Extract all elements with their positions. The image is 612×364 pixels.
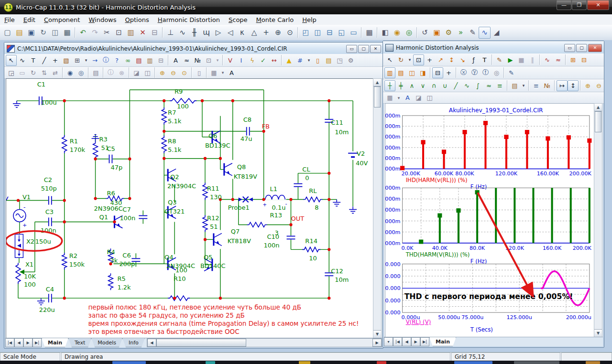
pin-connections-button[interactable]: ↔: [269, 55, 280, 66]
font-button[interactable]: A: [402, 92, 413, 103]
tools-button[interactable]: ✎: [467, 27, 479, 39]
select-arrow-button[interactable]: ↖: [384, 54, 395, 65]
find-button[interactable]: ◉: [65, 67, 76, 78]
new-page-button[interactable]: ▯: [312, 55, 323, 66]
edit-button[interactable]: ✎: [506, 67, 517, 78]
revert-button[interactable]: ↻: [37, 27, 49, 39]
web-update-button[interactable]: ◎: [403, 27, 415, 39]
plot-layout-2-button[interactable]: ▤: [395, 67, 406, 78]
envelope-button[interactable]: ≈: [483, 80, 494, 91]
rotate-button[interactable]: ↻: [28, 67, 39, 78]
zoom-out-button[interactable]: ⊖: [168, 67, 179, 78]
scale-ne-button[interactable]: ↗: [435, 54, 446, 65]
tab-nav-button[interactable]: |◀: [5, 338, 14, 347]
taskbar-icon[interactable]: [454, 361, 492, 364]
scroll-up-icon[interactable]: ▲: [594, 104, 602, 111]
series-label[interactable]: V(RL) (V): [406, 319, 431, 325]
probe-button[interactable]: ◢: [491, 27, 503, 39]
tab-main[interactable]: Main: [429, 337, 456, 346]
show-power-button[interactable]: ϟ: [247, 55, 258, 66]
menu-help[interactable]: Help: [298, 15, 321, 24]
component-button[interactable]: ⊞: [72, 55, 83, 66]
analysis-plots-button[interactable]: ∿: [479, 27, 491, 39]
properties-button[interactable]: ⚙: [345, 55, 356, 66]
grid-pattern-button[interactable]: ▦: [384, 92, 395, 103]
picture-button[interactable]: ▧: [61, 55, 72, 66]
tab-main[interactable]: Main: [42, 338, 68, 347]
restore-button[interactable]: ❐: [572, 0, 587, 10]
find-repeat-button[interactable]: ◎: [76, 67, 87, 78]
properties-button[interactable]: ✎: [494, 54, 505, 65]
scroll-thumb[interactable]: [374, 86, 381, 107]
calculator-button[interactable]: ▦: [363, 27, 375, 39]
menu-edit[interactable]: Edit: [19, 15, 40, 24]
pin-mode-button[interactable]: +: [50, 55, 61, 66]
animate-button[interactable]: ↺: [419, 27, 431, 39]
link-button[interactable]: ∞: [122, 55, 133, 66]
copy-graph-button[interactable]: ▤: [509, 80, 520, 91]
tab-text[interactable]: Text: [68, 338, 91, 347]
global-extrema-button[interactable]: ∫: [472, 80, 483, 91]
opamp-button[interactable]: △: [248, 27, 260, 39]
step-notes-button[interactable]: ▤: [90, 67, 101, 78]
stop-button[interactable]: ■: [516, 54, 527, 65]
to-front-button[interactable]: ◪: [131, 67, 142, 78]
taskbar-icon[interactable]: [586, 361, 600, 364]
to-back-button[interactable]: ◫: [142, 67, 153, 78]
rotate-3d-button[interactable]: ↻: [395, 54, 406, 65]
analysis-restore-button[interactable]: ▢: [576, 44, 587, 52]
scale-vertical-button[interactable]: ↕: [446, 54, 457, 65]
wire-mode-button[interactable]: ∿: [17, 55, 28, 66]
scroll-thumb[interactable]: [156, 339, 246, 347]
model-browser-button[interactable]: ◉: [391, 27, 403, 39]
cursor-fx-button[interactable]: ⓕ: [480, 67, 491, 78]
stepping-button[interactable]: »: [455, 27, 467, 39]
tile-horizontal-button[interactable]: ⊟: [324, 27, 336, 39]
transistor-button[interactable]: κ: [236, 27, 248, 39]
copy-dropdown-icon[interactable]: ▾: [214, 55, 221, 66]
menu-scope[interactable]: Scope: [224, 15, 252, 24]
open-folder-button[interactable]: ▤: [13, 27, 25, 39]
tab-nav-button[interactable]: ◀: [402, 337, 411, 346]
arrange-icons-button[interactable]: ◱: [336, 27, 348, 39]
help-mode-button[interactable]: ?: [111, 55, 122, 66]
diode-button[interactable]: ▷: [212, 27, 224, 39]
taskbar-icon[interactable]: [514, 361, 559, 364]
numeric-list-button[interactable]: ≡: [531, 80, 542, 91]
schematic-titlebar[interactable]: C:\MC11\DATA\Petrov\Radio\Akulinichev\Ak…: [4, 43, 383, 54]
tab-info[interactable]: Info: [122, 338, 145, 347]
slope-button[interactable]: ╱: [450, 80, 461, 91]
find-part-button[interactable]: A: [170, 55, 181, 66]
preferences-button[interactable]: ⚙: [443, 27, 455, 39]
flip-y-button[interactable]: ⇅: [39, 67, 50, 78]
sine-source-button[interactable]: ∿: [176, 27, 188, 39]
stepping-curves-button[interactable]: ≈: [553, 54, 564, 65]
connector-button[interactable]: +: [260, 27, 272, 39]
flow-arrow-button[interactable]: →: [89, 55, 100, 66]
current-source-button[interactable]: ⊙: [284, 27, 296, 39]
print-button[interactable]: ▦: [61, 27, 73, 39]
capacitor-button[interactable]: ╫: [188, 27, 200, 39]
peak-button[interactable]: ∧: [406, 80, 417, 91]
plot-layout-3-button[interactable]: ◫: [406, 67, 417, 78]
grid-style-button[interactable]: ▦: [208, 67, 219, 78]
cursor-both-button[interactable]: ┼: [384, 80, 395, 91]
cut-button[interactable]: ✂: [101, 27, 113, 39]
rotate-dropdown-icon[interactable]: ▾: [406, 54, 413, 65]
zoom-in-button[interactable]: ⊕: [582, 80, 593, 91]
scroll-thumb[interactable]: [595, 111, 601, 132]
show-voltages-button[interactable]: V: [225, 55, 236, 66]
text-doc-button[interactable]: ▥: [144, 55, 155, 66]
select-area-button[interactable]: ⊞: [568, 54, 579, 65]
copy-picture-button[interactable]: ⊡: [203, 55, 214, 66]
show-conditions-button[interactable]: ✓: [258, 55, 269, 66]
tab-nav-button[interactable]: ◀: [14, 338, 23, 347]
maximize-all-button[interactable]: ▭: [348, 27, 360, 39]
tab-models[interactable]: Models: [91, 338, 122, 347]
voltage-source-button[interactable]: ⊕: [272, 27, 284, 39]
menu-component[interactable]: Component: [40, 15, 84, 24]
checklist-button[interactable]: ▤: [133, 55, 144, 66]
data-points-button[interactable]: №: [542, 80, 553, 91]
analysis-limits-button[interactable]: ∿: [542, 54, 553, 65]
inflection-button[interactable]: ∿: [461, 80, 472, 91]
